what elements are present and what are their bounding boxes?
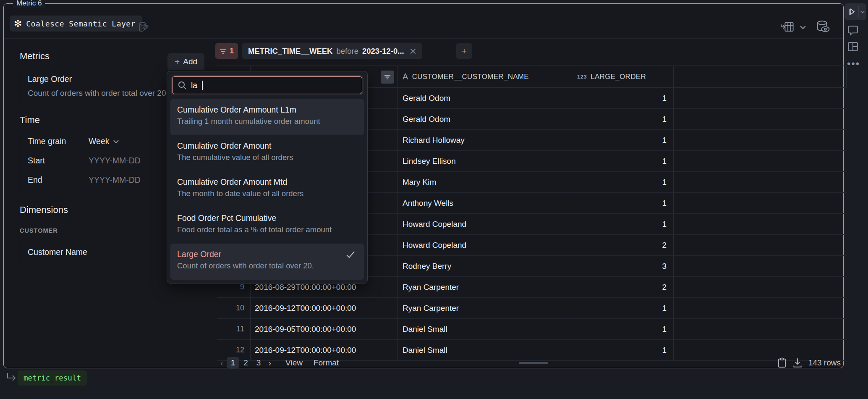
metric-description: Count of orders with order total over 20… [28, 89, 168, 98]
option-title: Large Order [177, 248, 357, 260]
app-canvas: Metric 6 ✻ Coalesce Semantic Layer [0, 0, 868, 399]
cell-value: 2 [572, 277, 674, 297]
cell-empty [674, 193, 847, 213]
copy-table-icon[interactable] [777, 357, 787, 368]
cell-date: 2016-09-05T00:00:00+00:00 [251, 319, 397, 339]
layout-columns-icon[interactable] [847, 41, 859, 52]
preview-data-icon[interactable] [816, 20, 831, 34]
database-edit-icon[interactable] [137, 21, 150, 33]
send-to-table-icon[interactable] [780, 21, 795, 33]
page-button-2[interactable]: 2 [239, 357, 252, 369]
filter-pill[interactable]: METRIC_TIME__WEEK before 2023-12-0... [242, 43, 422, 59]
cell-name: Gerald Odom [397, 109, 572, 129]
table-row[interactable]: 10 2016-09-12T00:00:00+00:00 Ryan Carpen… [217, 298, 847, 319]
cell-empty [674, 88, 847, 108]
cell-empty [674, 256, 847, 276]
start-label: Start [28, 156, 45, 165]
metric-option-selected[interactable]: Large Order Count of orders with order t… [170, 244, 364, 280]
metric-option[interactable]: Cumulative Order Amount Mtd The month to… [170, 171, 364, 207]
option-title: Cumulative Order Amount Mtd [177, 176, 357, 188]
table-row[interactable]: 11 2016-09-05T00:00:00+00:00 Daniel Smal… [217, 319, 847, 340]
end-label: End [28, 175, 42, 185]
time-group-rule [20, 134, 20, 189]
value-column-header[interactable]: 123 LARGE_ORDER [572, 66, 674, 87]
name-column-header[interactable]: A CUSTOMER__CUSTOMER_NAME [397, 66, 572, 87]
add-filter-button[interactable]: + [456, 43, 472, 59]
cell-name: Anthony Wells [397, 193, 572, 213]
source-label: Coalesce Semantic Layer [26, 19, 136, 28]
cell-empty [674, 109, 847, 129]
more-options-icon[interactable]: ••• [847, 58, 860, 70]
cell-value: 2 [572, 235, 674, 255]
cell-value: 1 [572, 130, 674, 150]
metric-option[interactable]: Food Order Pct Cumulative Food order tot… [170, 207, 364, 244]
page-button-1[interactable]: 1 [227, 357, 240, 369]
metric-search-input[interactable]: la [172, 76, 362, 94]
cell-name: Howard Copeland [397, 214, 572, 234]
output-elbow-icon [6, 372, 17, 382]
metric-name[interactable]: Large Order [28, 74, 72, 84]
dimension-item[interactable]: Customer Name [28, 247, 87, 257]
cell-empty [674, 151, 847, 171]
dimension-group-label: CUSTOMER [20, 227, 58, 234]
source-pill[interactable]: ✻ Coalesce Semantic Layer [10, 16, 142, 32]
cell-name: Mary Kim [397, 172, 572, 192]
row-number: 10 [217, 298, 251, 318]
filter-icon [384, 74, 391, 80]
dimensions-heading: Dimensions [20, 205, 68, 215]
start-date-input[interactable]: YYYY-MM-DD [89, 156, 141, 165]
cell-empty [674, 277, 847, 297]
option-description: Count of orders with order total over 20… [177, 260, 357, 271]
add-label: Add [183, 57, 197, 66]
time-grain-label: Time grain [28, 136, 66, 146]
metric-option[interactable]: Cumulative Order Ammount L1m Trailing 1 … [170, 99, 364, 135]
comment-icon[interactable] [847, 25, 859, 36]
cell-name: Gerald Odom [397, 88, 572, 108]
text-caret [202, 81, 203, 90]
empty-column-header [674, 66, 847, 87]
view-menu[interactable]: View [285, 358, 303, 368]
option-description: The month to date value of all orders [177, 188, 357, 199]
option-description: Food order total as a % of total order a… [177, 224, 357, 235]
cell-value: 1 [572, 109, 674, 129]
value-column-label: LARGE_ORDER [591, 73, 646, 81]
row-number: 11 [217, 319, 251, 339]
metric-item-rule [20, 74, 20, 104]
output-variable-pill[interactable]: metric_result [18, 370, 87, 386]
time-grain-select[interactable]: Week [89, 136, 119, 146]
column-filter-button[interactable] [381, 71, 394, 84]
next-page-button[interactable]: › [265, 358, 275, 368]
format-menu[interactable]: Format [314, 358, 339, 368]
filter-count-chip[interactable]: 1 [215, 43, 238, 59]
horizontal-scrollbar[interactable] [519, 362, 548, 364]
remove-filter-icon[interactable] [410, 48, 416, 55]
run-options-chevron-icon[interactable] [859, 10, 866, 14]
prev-page-button[interactable]: ‹ [217, 358, 227, 368]
cell-name: Rodney Berry [397, 256, 572, 276]
snowflake-icon: ✻ [14, 19, 22, 29]
end-date-input[interactable]: YYYY-MM-DD [89, 175, 141, 185]
checkmark-icon [345, 250, 356, 259]
run-icon [844, 8, 858, 16]
page-button-3[interactable]: 3 [252, 357, 265, 369]
metric-cell: Metric 6 ✻ Coalesce Semantic Layer [3, 3, 844, 368]
run-cell-button[interactable] [844, 3, 866, 20]
chevron-down-icon[interactable] [800, 25, 806, 30]
footer-right: 143 rows [777, 357, 847, 368]
cell-name: Howard Copeland [397, 235, 572, 255]
option-description: The cumulative value of all orders [177, 152, 357, 163]
cell-value: 1 [572, 298, 674, 318]
cell-value: 1 [572, 151, 674, 171]
download-icon[interactable] [792, 357, 803, 368]
add-metric-button[interactable]: + Add [167, 53, 204, 70]
number-type-icon: 123 [577, 74, 587, 80]
metric-search-dropdown: la Cumulative Order Ammount L1m Trailing… [167, 71, 368, 284]
search-icon [178, 81, 187, 90]
output-variable-name: metric_result [24, 374, 81, 382]
option-title: Food Order Pct Cumulative [177, 212, 357, 224]
cell-empty [674, 214, 847, 234]
cell-date: 2016-09-12T00:00:00+00:00 [251, 298, 397, 318]
table-footer: ‹ 1 2 3 › View Format 143 rows [217, 354, 847, 371]
time-heading: Time [20, 115, 40, 126]
metric-option[interactable]: Cumulative Order Amount The cumulative v… [170, 135, 364, 171]
